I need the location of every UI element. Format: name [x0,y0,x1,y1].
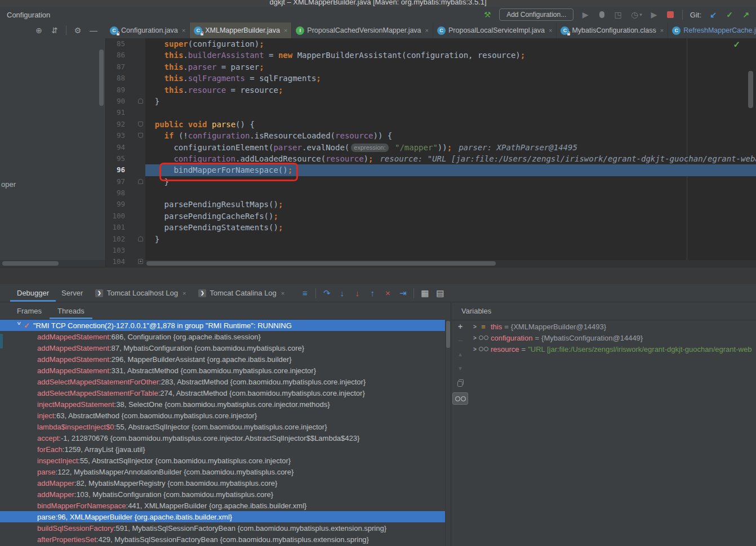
stack-frame[interactable]: addMappedStatement:87, MybatisConfigurat… [0,342,445,353]
gutter[interactable]: 97 [106,176,145,187]
stack-frame[interactable]: parse:96, XMLMapperBuilder {org.apache.i… [0,511,445,522]
gutter[interactable]: 85 [106,38,145,50]
code-text[interactable]: this.parser = parser; [145,61,756,73]
stack-frame[interactable]: addMappedStatement:686, Configuration {o… [0,331,445,342]
move-down-icon[interactable]: ▼ [456,364,465,373]
gutter[interactable]: 92 [106,119,145,130]
gutter[interactable]: 88 [106,73,145,84]
panel-horizontal-scrollbar-track[interactable] [0,260,105,267]
fold-marker-icon[interactable] [138,179,143,184]
gutter[interactable]: 86 [106,50,145,61]
editor-tab-refreshmappercache-java[interactable]: CRefreshMapperCache.java× [668,23,756,38]
build-hammer-icon[interactable]: ⚒ [483,10,492,19]
fold-marker-icon[interactable] [138,236,143,241]
fold-marker-icon[interactable] [138,133,143,138]
fold-marker-icon[interactable] [138,122,143,127]
close-icon[interactable]: × [660,27,664,34]
layout-settings-icon[interactable]: ▤ [435,289,444,298]
panel-horizontal-scrollbar-thumb[interactable] [2,261,59,266]
run-with-profiler-icon[interactable]: ◷ ▾ [630,10,642,19]
stack-frame[interactable]: lambda$inspectInject$0:55, AbstractSqlIn… [0,421,445,432]
git-push-icon[interactable]: ↗ [741,10,750,19]
close-icon[interactable]: × [183,290,186,297]
chevron-right-icon[interactable]: > [472,346,478,352]
add-watch-icon[interactable]: + [456,322,465,331]
hide-icon[interactable]: — [89,26,98,35]
code-text[interactable]: public void parse() { [145,119,756,130]
stack-frame[interactable]: accept:-1, 212870676 {com.baomidou.mybat… [0,432,445,444]
code-text[interactable]: if (!configuration.isResourceLoaded(reso… [145,130,756,141]
step-over-icon[interactable]: ↷ [322,289,331,298]
code-text[interactable] [145,107,756,118]
thread-row[interactable]: > ✓ "RMI TCP Connection(2)-127.0.0.1"@1,… [0,320,445,331]
code-text[interactable] [145,245,756,256]
tab-threads[interactable]: Threads [57,302,85,319]
code-text[interactable]: } [145,96,756,107]
code-text[interactable]: parsePendingStatements(); [145,222,756,233]
step-into-icon[interactable]: ↓ [337,289,346,298]
gutter[interactable]: 95 [106,153,145,164]
evaluate-expression-icon[interactable]: ▦ [420,289,429,298]
gutter[interactable]: 99 [106,199,145,210]
debug-bug-icon[interactable] [597,10,606,19]
debug-tab-server[interactable]: Server [61,284,83,302]
code-text[interactable]: } [145,234,756,245]
rerun-icon[interactable]: ▶ [650,10,659,19]
debug-tab-tomcat-catalina-log[interactable]: ❯Tomcat Catalina Log× [198,284,284,302]
code-text[interactable]: this.builderAssistant = new MapperBuilde… [145,50,756,61]
code-text[interactable]: parsePendingCacheRefs(); [145,211,756,222]
move-up-icon[interactable]: ▲ [456,350,465,359]
editor-tab-xmlmapperbuilder-java[interactable]: CXMLMapperBuilder.java× [190,23,292,38]
debug-tab-debugger[interactable]: Debugger [17,284,49,302]
close-icon[interactable]: × [549,27,552,34]
stack-frame[interactable]: forEach:1259, ArrayList {java.util} [0,444,445,455]
gutter[interactable]: 102 [106,234,145,245]
list-icon[interactable]: ≡ [300,289,309,298]
stack-frame[interactable]: addMappedStatement:331, AbstractMethod {… [0,365,445,376]
gutter[interactable]: 94 [106,142,145,153]
git-update-icon[interactable]: ↙ [709,10,718,19]
close-icon[interactable]: × [425,27,429,34]
stack-frame[interactable]: buildSqlSessionFactory:591, MybatisSqlSe… [0,522,445,534]
editor-tab-proposalcachedversionmapper-java[interactable]: IProposalCachedVersionMapper.java× [292,23,433,38]
editor-tab-proposallocalserviceimpl-java[interactable]: CProposalLocalServiceImpl.java× [433,23,557,38]
chevron-right-icon[interactable]: > [472,324,478,330]
frames-scrollbar-thumb[interactable] [446,321,450,348]
variable-row-resource[interactable]: >resource="URL [jar:file:/Users/zengsl/i… [469,343,756,355]
stop-icon[interactable] [666,10,675,19]
code-text[interactable]: this.sqlFragments = sqlFragments; [145,73,756,84]
fold-marker-icon[interactable]: + [138,259,143,264]
close-icon[interactable]: × [182,27,185,34]
gutter[interactable]: 89 [106,84,145,96]
code-text[interactable]: this.resource = resource; [145,84,756,96]
stack-frame[interactable]: addMapper:103, MybatisConfiguration {com… [0,489,445,500]
inspection-ok-icon[interactable]: ✓ [733,39,740,50]
tab-frames[interactable]: Frames [17,302,42,319]
add-configuration-button[interactable]: Add Configuration... [499,8,573,21]
code-text[interactable]: parsePendingResultMaps(); [145,199,756,210]
splitter[interactable] [0,267,756,285]
gutter[interactable]: 96 [106,164,145,176]
editor-tab-mybatisconfiguration-class[interactable]: CMybatisConfiguration.class× [557,23,668,38]
stack-frame[interactable]: addSelectMappedStatementForOther:283, Ab… [0,376,445,387]
stack-frame[interactable]: inspectInject:55, AbstractSqlInjector {c… [0,455,445,466]
debug-tab-tomcat-localhost-log[interactable]: ❯Tomcat Localhost Log× [95,284,186,302]
code-text[interactable]: configurationElement(parser.evalNode(exp… [145,142,756,153]
settings-gear-icon[interactable]: ⚙ [73,26,82,35]
run-icon[interactable]: ▶ [581,10,590,19]
editor-tab-configuration-java[interactable]: CConfiguration.java× [106,23,190,38]
stack-frame[interactable]: injectMappedStatement:38, SelectOne {com… [0,399,445,410]
gutter[interactable]: 103 [106,245,145,256]
close-icon[interactable]: × [284,27,287,34]
step-out-icon[interactable]: ↑ [368,289,377,298]
close-icon[interactable]: × [281,290,284,297]
code-text[interactable] [145,187,756,199]
gutter[interactable]: 93 [106,130,145,141]
stack-frame[interactable]: bindMapperForNamespace:441, XMLMapperBui… [0,500,445,511]
stack-frame[interactable]: addMapper:82, MybatisMapperRegistry {com… [0,477,445,489]
force-step-into-icon[interactable]: ↓ [353,289,362,298]
code-editor[interactable]: 85super(configuration);86this.builderAss… [0,38,756,267]
fold-marker-icon[interactable] [138,99,143,104]
collapse-icon[interactable]: ⇵ [50,26,59,35]
drop-frame-icon[interactable]: × [383,289,392,298]
